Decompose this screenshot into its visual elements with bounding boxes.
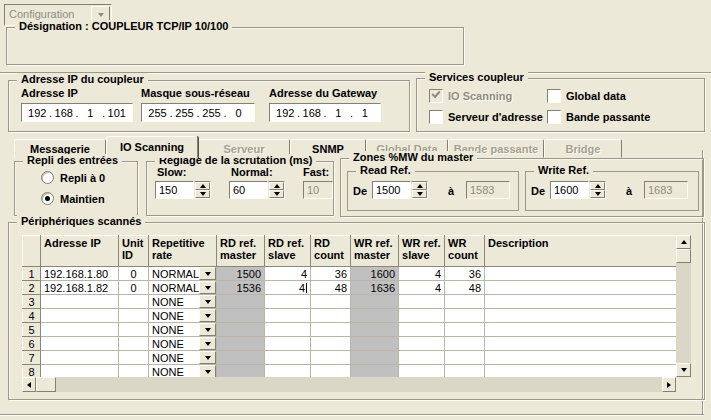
table-cell[interactable] xyxy=(265,309,311,323)
table-cell[interactable] xyxy=(485,309,677,323)
checkbox-bande-passante-box[interactable] xyxy=(547,110,561,124)
ip-octet[interactable]: 192 xyxy=(26,107,49,119)
spin-up-icon[interactable] xyxy=(412,182,427,190)
table-cell[interactable] xyxy=(217,309,265,323)
table-cell[interactable]: 0 xyxy=(119,281,149,295)
ip-octet[interactable]: 168 xyxy=(301,107,324,119)
checkbox-bande-passante[interactable]: Bande passante xyxy=(547,110,650,124)
table-cell[interactable] xyxy=(445,323,485,337)
tab-io-scanning[interactable]: IO Scanning xyxy=(106,136,198,158)
table-cell[interactable] xyxy=(485,351,677,365)
table-cell[interactable] xyxy=(399,309,445,323)
table-cell[interactable] xyxy=(265,351,311,365)
row-header[interactable]: 4 xyxy=(23,309,41,323)
spin-down-icon[interactable] xyxy=(590,190,605,198)
table-cell[interactable] xyxy=(311,337,351,351)
vertical-scrollbar-thumb[interactable] xyxy=(676,249,691,263)
gateway-address-field[interactable]: 192. 168. 1. 1 xyxy=(269,103,381,122)
table-cell[interactable]: NONE xyxy=(149,337,217,351)
table-cell[interactable]: 192.168.1.82 xyxy=(41,281,119,295)
scroll-right-icon[interactable] xyxy=(662,377,676,392)
checkbox-global-data-box[interactable] xyxy=(547,89,561,103)
table-cell[interactable] xyxy=(485,295,677,309)
table-cell[interactable] xyxy=(265,337,311,351)
table-cell[interactable] xyxy=(399,295,445,309)
scroll-down-icon[interactable] xyxy=(676,363,691,377)
row-header[interactable]: 1 xyxy=(23,267,41,281)
table-cell[interactable] xyxy=(351,323,399,337)
ip-octet[interactable]: 1 xyxy=(79,107,102,119)
ip-octet[interactable]: 192 xyxy=(274,107,297,119)
spin-up-icon[interactable] xyxy=(269,182,284,190)
write-ref-from-value[interactable]: 1600 xyxy=(550,181,589,199)
table-cell[interactable] xyxy=(351,309,399,323)
checkbox-serveur-adresse[interactable]: Serveur d'adresse xyxy=(429,110,543,124)
normal-spinbox[interactable]: 60 xyxy=(229,181,285,199)
table-cell[interactable] xyxy=(399,337,445,351)
table-cell[interactable] xyxy=(41,295,119,309)
table-cell[interactable]: NONE xyxy=(149,323,217,337)
table-cell[interactable]: 4 xyxy=(399,281,445,295)
table-cell[interactable] xyxy=(119,351,149,365)
scroll-up-icon[interactable] xyxy=(676,235,691,249)
table-cell[interactable]: NORMAL xyxy=(149,267,217,281)
table-cell[interactable]: 48 xyxy=(445,281,485,295)
read-ref-from-spinbox[interactable]: 1500 xyxy=(372,181,428,199)
vertical-scrollbar[interactable] xyxy=(676,235,691,377)
row-header[interactable]: 5 xyxy=(23,323,41,337)
scroll-left-icon[interactable] xyxy=(22,377,36,392)
table-cell[interactable] xyxy=(265,295,311,309)
table-cell[interactable]: 0 xyxy=(119,267,149,281)
rate-dropdown-button[interactable] xyxy=(199,351,216,364)
table-cell[interactable]: 36 xyxy=(445,267,485,281)
horizontal-scrollbar[interactable] xyxy=(22,377,676,392)
table-cell[interactable] xyxy=(217,295,265,309)
table-cell[interactable] xyxy=(485,281,677,295)
table-cell[interactable]: 4 xyxy=(399,267,445,281)
table-cell[interactable] xyxy=(351,351,399,365)
table-cell[interactable]: 36 xyxy=(311,267,351,281)
ip-octet[interactable]: 1 xyxy=(327,107,350,119)
table-cell[interactable] xyxy=(41,337,119,351)
ip-octet[interactable]: 255 xyxy=(146,107,169,119)
table-cell[interactable]: 1600 xyxy=(351,267,399,281)
table-cell[interactable] xyxy=(399,351,445,365)
rate-dropdown-button[interactable] xyxy=(199,267,216,280)
radio-circle-icon[interactable] xyxy=(41,192,54,205)
table-cell[interactable] xyxy=(41,309,119,323)
table-cell[interactable] xyxy=(119,323,149,337)
ip-octet[interactable]: 101 xyxy=(106,107,129,119)
table-cell[interactable] xyxy=(445,309,485,323)
ip-octet[interactable]: 168 xyxy=(53,107,76,119)
slow-spinbox[interactable]: 150 xyxy=(155,181,211,199)
radio-circle-icon[interactable] xyxy=(41,171,54,184)
table-cell[interactable] xyxy=(351,337,399,351)
ip-octet[interactable]: 1 xyxy=(354,107,377,119)
normal-value[interactable]: 60 xyxy=(229,181,268,199)
table-cell[interactable] xyxy=(217,323,265,337)
table-cell[interactable] xyxy=(265,323,311,337)
table-cell[interactable] xyxy=(399,323,445,337)
read-ref-from-value[interactable]: 1500 xyxy=(372,181,411,199)
subnet-mask-field[interactable]: 255. 255. 255. 0 xyxy=(141,103,255,122)
slow-value[interactable]: 150 xyxy=(155,181,194,199)
table-cell[interactable]: 4 xyxy=(265,281,311,295)
table-cell[interactable]: 1500 xyxy=(217,267,265,281)
table-cell[interactable]: 1636 xyxy=(351,281,399,295)
rate-dropdown-button[interactable] xyxy=(199,295,216,308)
table-cell[interactable] xyxy=(41,323,119,337)
write-ref-from-spinbox[interactable]: 1600 xyxy=(550,181,606,199)
table-cell[interactable] xyxy=(445,295,485,309)
rate-dropdown-button[interactable] xyxy=(199,309,216,322)
radio-maintien[interactable]: Maintien xyxy=(41,192,105,205)
row-header[interactable]: 2 xyxy=(23,281,41,295)
rate-dropdown-button[interactable] xyxy=(199,337,216,350)
table-cell[interactable] xyxy=(311,351,351,365)
table-cell[interactable]: NORMAL xyxy=(149,281,217,295)
table-cell[interactable] xyxy=(485,267,677,281)
table-cell[interactable] xyxy=(119,309,149,323)
spin-up-icon[interactable] xyxy=(590,182,605,190)
table-cell[interactable]: 4 xyxy=(265,267,311,281)
table-cell[interactable] xyxy=(351,295,399,309)
table-cell[interactable] xyxy=(217,337,265,351)
